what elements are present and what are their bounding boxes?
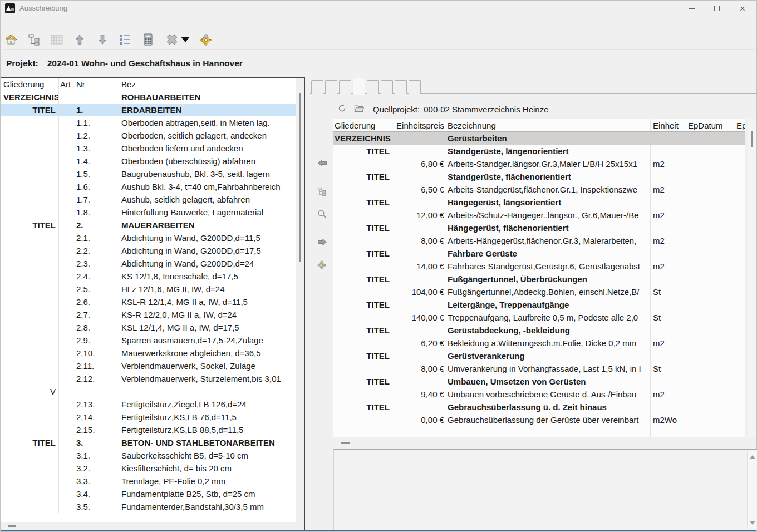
- table-icon[interactable]: [50, 32, 64, 47]
- copy-row[interactable]: 6,20 € Bekleidung a.Witterungssch.m.Foli…: [333, 337, 745, 349]
- tab[interactable]: [381, 80, 393, 94]
- copy-row[interactable]: 140,00 € Treppenaufgang, Laufbreite 0,5 …: [333, 311, 745, 324]
- tree-row[interactable]: 1.7. Aushub, seitlich gelagert, abfahren: [1, 193, 296, 206]
- tree-row[interactable]: 3.1. Sauberkeitsschicht B5, d=5-10 cm: [1, 449, 296, 462]
- tree-row[interactable]: 1.3. Oberboden liefern und andecken: [1, 142, 296, 155]
- forward-arrow-icon[interactable]: [317, 237, 328, 248]
- tree-row[interactable]: 2.14. Fertigteilsturz,KS,LB 76,d=11,5: [1, 411, 296, 423]
- back-arrow-icon[interactable]: [317, 157, 328, 169]
- tree-row[interactable]: 2.15. Fertigteilsturz,KS,LB 88,5,d=11,5: [1, 423, 296, 436]
- scroll-down-icon[interactable]: [750, 521, 755, 525]
- copy-horizontal-scrollbar-thumb[interactable]: [341, 442, 350, 444]
- copy-row[interactable]: TITEL Gerüstverankerung: [333, 349, 745, 362]
- sync-icon[interactable]: [337, 104, 347, 115]
- gear-icon[interactable]: [199, 32, 213, 47]
- tab[interactable]: [367, 80, 379, 94]
- copy-row[interactable]: TITEL Fußgängertunnel, Überbrückungen: [333, 273, 745, 285]
- open-folder-icon[interactable]: [354, 104, 364, 115]
- tab[interactable]: [339, 80, 351, 94]
- tree-row[interactable]: TITEL 3. BETON- UND STAHLBETONARBEITEN: [1, 436, 296, 449]
- copy-row[interactable]: 8,00 € Umverankerung in Vorhangfassade, …: [333, 362, 745, 375]
- menu-item[interactable]: [2, 16, 12, 29]
- tree-row[interactable]: 3.2. Kiesfilterschicht, d= bis 20 cm: [1, 462, 296, 475]
- menu-item[interactable]: [52, 16, 62, 29]
- tree-row[interactable]: 1.2. Oberboden, seitlich gelagert, andec…: [1, 129, 296, 142]
- dropdown-arrow-icon[interactable]: [181, 37, 190, 42]
- copy-row[interactable]: 6,50 € Arbeits-Standgerüst,flächenor.Gr.…: [333, 183, 745, 196]
- tree-row[interactable]: 2.13. Fertigteilsturz,Ziegel,LB 126,d=24: [1, 398, 296, 411]
- tab[interactable]: [409, 80, 421, 94]
- tree-row[interactable]: 2.10. Mauerwerkskrone abgleichen, d=36,5: [1, 347, 296, 359]
- tree-row[interactable]: TITEL 2. MAUERARBEITEN: [1, 219, 296, 231]
- tab[interactable]: [311, 80, 323, 94]
- tree-row[interactable]: 2.9. Sparren ausmauern,d=17,5-24,Zulage: [1, 334, 296, 347]
- menu-item[interactable]: [62, 16, 72, 29]
- menu-item[interactable]: [42, 16, 52, 29]
- tree-row[interactable]: 2.2. Abdichtung in Wand, G200DD,d=17,5: [1, 244, 296, 257]
- copy-row[interactable]: VERZEICHNIS Gerüstarbeiten: [333, 132, 745, 145]
- copy-row[interactable]: TITEL Gerüstabdeckung, -bekleidung: [333, 324, 745, 337]
- numbered-list-icon[interactable]: [118, 32, 132, 47]
- tree-row[interactable]: V: [1, 385, 296, 398]
- gear-icon[interactable]: [317, 260, 328, 271]
- tab[interactable]: [395, 80, 407, 94]
- close-button[interactable]: ×: [730, 1, 755, 16]
- tree-row[interactable]: 2.4. KS 12/1,8, Innenschale, d=17,5: [1, 270, 296, 283]
- tree-row[interactable]: 1.8. Hinterfüllung Bauwerke, Lagermateri…: [1, 206, 296, 219]
- copy-row[interactable]: TITEL Standgerüste, flächenorientiert: [333, 170, 745, 183]
- calculator-icon[interactable]: [141, 32, 155, 47]
- detail-pane-scrollbar[interactable]: [747, 451, 756, 529]
- tree-row[interactable]: 3.4. Fundamentplatte B25, Stb, d=25 cm: [1, 487, 296, 500]
- tree-row[interactable]: 1.6. Aushub Bkl. 3-4, t=40 cm,Fahrbahnbe…: [1, 180, 296, 193]
- copy-row[interactable]: 104,00 € Fußgängertunnel,Abdeckg.Bohlen,…: [333, 285, 745, 298]
- arrow-down-icon[interactable]: [95, 32, 110, 47]
- menu-item[interactable]: [12, 16, 22, 29]
- copy-row[interactable]: TITEL Gebrauchsüberlassung ü. d. Zeit hi…: [333, 401, 745, 413]
- search-icon[interactable]: [317, 209, 328, 220]
- minimize-button[interactable]: [679, 1, 704, 16]
- tree-row[interactable]: 3.5. Fundamenterder,Bandstahl,30/3,5 mm: [1, 500, 296, 513]
- copy-row[interactable]: TITEL Leitergänge, Treppenaufgänge: [333, 298, 745, 311]
- copy-row[interactable]: 6,80 € Arbeits-Standger.längsor.Gr.3,Mal…: [333, 157, 745, 170]
- copy-horizontal-scrollbar[interactable]: [333, 439, 745, 447]
- tree-row[interactable]: 2.5. HLz 12/1,6, MG II, IW, d=24: [1, 283, 296, 295]
- tree-row[interactable]: 3.3. Trennlage, PE-Folie 0,2 mm: [1, 475, 296, 487]
- menu-item[interactable]: [32, 16, 42, 29]
- tree-row[interactable]: 2.11. Verblendmauerwerk, Sockel, Zulage: [1, 359, 296, 372]
- copy-row[interactable]: 12,00 € Arbeits-/Schutz-Hängeger.,längso…: [333, 209, 745, 221]
- tab[interactable]: [325, 80, 337, 94]
- scroll-up-icon[interactable]: [750, 455, 755, 459]
- tree-row[interactable]: TITEL 1. ERDARBEITEN: [1, 104, 296, 116]
- copy-row[interactable]: 9,40 € Umbauen vorbeschriebene Gerüste d…: [333, 388, 745, 401]
- tree-vertical-scrollbar[interactable]: [296, 78, 304, 530]
- copy-row[interactable]: TITEL Hängegerüst, flächenorientiert: [333, 221, 745, 234]
- tree-row[interactable]: 2.12. Verblendmauerwerk, Sturzelement,bi…: [1, 372, 296, 385]
- home-icon[interactable]: [4, 32, 18, 47]
- copy-row[interactable]: 8,00 € Arbeits-Hängegerüst,flächenor.Gr.…: [333, 234, 745, 247]
- tree-row[interactable]: 1.5. Baugrubenaushub, Bkl. 3-5, seitl. l…: [1, 168, 296, 180]
- tree-row[interactable]: 1.1. Oberboden abtragen,seitl. in Mieten…: [1, 116, 296, 129]
- tree-row[interactable]: VERZEICHNIS ROHBAUARBEITEN: [1, 91, 296, 104]
- copy-row[interactable]: 14,00 € Fahrbares Standgerüst,Gerüstgr.6…: [333, 260, 745, 273]
- arrow-up-icon[interactable]: [72, 32, 87, 47]
- hierarchy-icon[interactable]: [317, 186, 328, 198]
- tree-row[interactable]: 2.1. Abdichtung in Wand, G200DD,d=11,5: [1, 231, 296, 244]
- hierarchy-icon[interactable]: [27, 32, 41, 47]
- copy-row[interactable]: 0,00 € Gebrauchsüberlassung der Gerüste …: [333, 413, 745, 426]
- tree-row[interactable]: 2.7. KS-R 12/2,0, MG II a, IW, d=24: [1, 308, 296, 321]
- tree-row[interactable]: 1.4. Oberboden (überschüssig) abfahren: [1, 155, 296, 168]
- menu-item[interactable]: [22, 16, 32, 29]
- copy-vertical-scrollbar[interactable]: [748, 119, 756, 437]
- export-icon[interactable]: [164, 32, 190, 47]
- tree-horizontal-scrollbar-thumb[interactable]: [8, 525, 16, 527]
- tree-horizontal-scrollbar[interactable]: [1, 522, 296, 530]
- copy-row[interactable]: TITEL Standgerüste, längenorientiert: [333, 145, 745, 157]
- copy-vertical-scrollbar-thumb[interactable]: [751, 131, 753, 147]
- tree-row[interactable]: 2.8. KSL 12/1,4, MG II a, IW, d=17,5: [1, 321, 296, 334]
- tree-vertical-scrollbar-thumb[interactable]: [299, 93, 301, 262]
- tree-row[interactable]: 2.6. KSL-R 12/1,4, MG II a, IW, d=11,5: [1, 295, 296, 308]
- tab[interactable]: [353, 78, 365, 95]
- copy-row[interactable]: TITEL Umbauen, Umsetzen von Gerüsten: [333, 375, 745, 388]
- tree-row[interactable]: 2.3. Abdichtung in Wand, G200DD,d=24: [1, 257, 296, 270]
- maximize-button[interactable]: [704, 1, 730, 16]
